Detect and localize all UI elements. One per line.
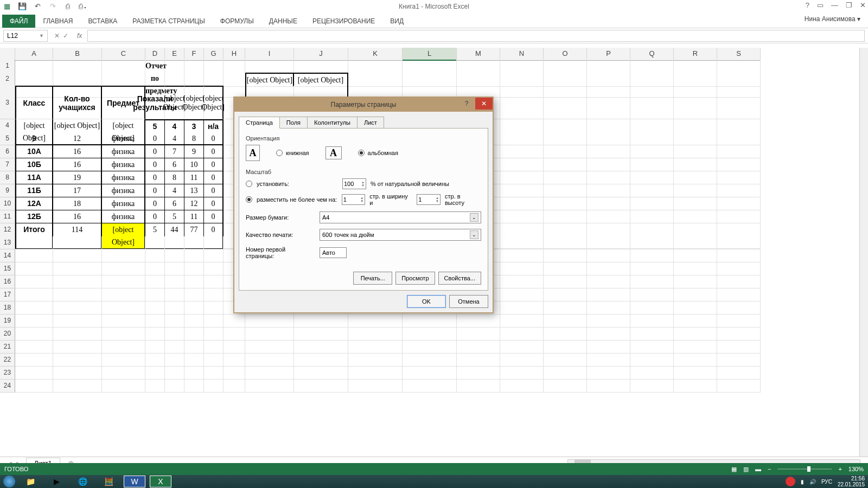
cell[interactable] — [587, 210, 630, 223]
cell[interactable] — [165, 314, 184, 328]
cell[interactable] — [544, 158, 587, 171]
cell[interactable] — [165, 301, 184, 314]
cell[interactable] — [500, 171, 544, 184]
cell[interactable] — [102, 275, 145, 288]
cell[interactable] — [674, 262, 717, 275]
cell[interactable] — [403, 341, 457, 354]
cell[interactable] — [674, 210, 717, 223]
cell[interactable] — [245, 354, 294, 367]
cell[interactable] — [500, 197, 544, 210]
cell[interactable] — [224, 354, 245, 367]
cell[interactable]: физика — [102, 158, 145, 171]
action-center-icon[interactable] — [786, 477, 795, 486]
cell[interactable]: 0 — [145, 132, 165, 145]
cell[interactable]: 0 — [145, 184, 165, 197]
row-header[interactable]: 13 — [0, 236, 15, 249]
cell[interactable] — [544, 341, 587, 354]
col-header-R[interactable]: R — [674, 48, 717, 61]
col-header-corner[interactable] — [0, 48, 15, 61]
cell[interactable] — [544, 184, 587, 197]
cell[interactable] — [165, 367, 184, 380]
cell[interactable] — [544, 171, 587, 184]
cell[interactable]: 0 — [204, 171, 224, 184]
properties-button[interactable]: Свойства... — [438, 272, 481, 285]
scale-percent-input[interactable]: 100▲▼ — [342, 178, 366, 189]
cell[interactable] — [184, 249, 204, 262]
cell[interactable] — [500, 236, 544, 249]
cell[interactable]: [object Object] — [165, 86, 184, 119]
cell[interactable] — [630, 262, 674, 275]
cell[interactable] — [717, 249, 761, 262]
cell[interactable] — [348, 380, 403, 393]
cell[interactable] — [717, 262, 761, 275]
cell[interactable]: 8 — [165, 171, 184, 184]
cell[interactable] — [53, 288, 102, 301]
row-header[interactable]: 17 — [0, 288, 15, 301]
cell[interactable] — [674, 341, 717, 354]
col-header-B[interactable]: B — [53, 48, 102, 61]
cell[interactable]: 6 — [165, 197, 184, 210]
save-icon[interactable]: 💾 — [17, 1, 27, 11]
cell[interactable]: физика — [102, 184, 145, 197]
cell[interactable] — [294, 341, 348, 354]
cell[interactable] — [674, 301, 717, 314]
cell[interactable] — [165, 236, 184, 249]
row-header[interactable]: 9 — [0, 184, 15, 197]
tab-formulas[interactable]: ФОРМУЛЫ — [213, 15, 261, 28]
cell[interactable] — [674, 236, 717, 249]
chrome-icon[interactable]: 🌐 — [72, 476, 93, 487]
print-preview-icon[interactable]: ⎙▾ — [78, 1, 88, 11]
cell[interactable] — [145, 249, 165, 262]
cell[interactable] — [717, 73, 761, 87]
dialog-close-button[interactable]: ✕ — [475, 98, 493, 110]
cell[interactable] — [544, 275, 587, 288]
cell[interactable] — [102, 301, 145, 314]
cell[interactable] — [630, 341, 674, 354]
cell[interactable]: 18 — [53, 197, 102, 210]
first-page-input[interactable] — [320, 247, 347, 258]
cell[interactable]: 0 — [145, 145, 165, 158]
cell[interactable] — [204, 275, 224, 288]
cell[interactable] — [294, 367, 348, 380]
excel-task-icon[interactable]: X — [150, 476, 171, 487]
cell[interactable] — [500, 132, 544, 145]
cell[interactable] — [224, 367, 245, 380]
print-button[interactable]: Печать... — [353, 272, 392, 285]
cell[interactable] — [674, 288, 717, 301]
cell[interactable] — [348, 341, 403, 354]
cell[interactable] — [165, 249, 184, 262]
fit-to-radio[interactable] — [246, 196, 252, 203]
cell[interactable]: 11А — [15, 171, 53, 184]
cell[interactable] — [102, 249, 145, 262]
row-header[interactable]: 22 — [0, 354, 15, 367]
cell[interactable] — [674, 367, 717, 380]
cell[interactable] — [630, 380, 674, 393]
cell[interactable] — [544, 73, 587, 87]
view-pagebreak-icon[interactable]: ▬ — [755, 466, 761, 472]
cell[interactable] — [53, 341, 102, 354]
cell[interactable] — [674, 171, 717, 184]
cell[interactable] — [184, 236, 204, 249]
cell[interactable] — [348, 367, 403, 380]
cell[interactable] — [587, 301, 630, 314]
redo-icon[interactable]: ↷ — [48, 1, 58, 11]
cell[interactable] — [53, 314, 102, 328]
cell[interactable] — [102, 380, 145, 393]
col-header-E[interactable]: E — [165, 48, 184, 61]
cell[interactable] — [245, 314, 294, 328]
cell[interactable] — [184, 73, 204, 87]
cell[interactable] — [403, 328, 457, 341]
cell[interactable] — [403, 73, 457, 87]
cell[interactable] — [717, 275, 761, 288]
cell[interactable] — [587, 367, 630, 380]
dialog-titlebar[interactable]: Параметры страницы ? ✕ — [234, 98, 493, 112]
cell[interactable] — [500, 184, 544, 197]
cell[interactable] — [145, 301, 165, 314]
cell[interactable] — [544, 354, 587, 367]
view-layout-icon[interactable]: ▥ — [743, 466, 749, 473]
zoom-level[interactable]: 130% — [848, 466, 864, 472]
cell[interactable] — [717, 171, 761, 184]
cell[interactable] — [500, 314, 544, 328]
cell[interactable] — [224, 341, 245, 354]
cell[interactable] — [165, 262, 184, 275]
